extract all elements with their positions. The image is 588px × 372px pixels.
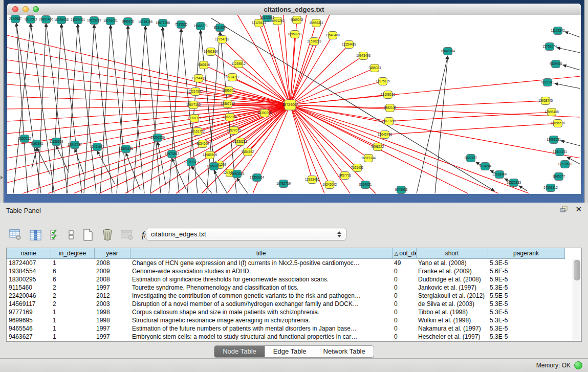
citation-edge-red (260, 15, 290, 105)
table-cell: 1997 (94, 283, 130, 292)
table-cell: 1997 (94, 333, 130, 341)
table-row[interactable]: 1938455462009Genome-wide association stu… (7, 267, 564, 275)
close-window-icon[interactable] (12, 6, 18, 12)
table-cell: 0 (392, 316, 416, 324)
column-header-pagerank[interactable]: pagerank (488, 248, 564, 259)
combo-arrows-icon (335, 231, 344, 237)
citation-edge-red (385, 123, 558, 135)
graph-node-label: 12042737 (68, 143, 82, 146)
network-graph[interactable]: 1872400718300295127547321646186095601561… (7, 15, 581, 194)
citation-edge-black (417, 56, 448, 193)
graph-node-label: 16961262 (270, 19, 285, 23)
table-row[interactable]: 969969511998Structural magnetic resonanc… (7, 316, 564, 324)
citation-edge-black (150, 27, 163, 193)
column-header-in_degree[interactable]: in_degree (51, 248, 94, 259)
panel-collapse-arrow-icon[interactable] (1, 176, 3, 180)
graph-node-label: 12161752 (190, 129, 205, 133)
table-row[interactable]: 946362711997Embryonic stem cells: a mode… (7, 333, 564, 341)
tab-node-table[interactable]: Node Table (214, 346, 265, 357)
node-table[interactable]: namein_degreeyeartitle△out_de…shortpager… (6, 248, 582, 342)
show-column-icon[interactable] (30, 230, 41, 240)
graph-node-label: 8350512 (18, 137, 31, 140)
table-cell: 5.9E-5 (488, 275, 564, 283)
table-cell: 2008 (94, 275, 130, 283)
tab-network-table[interactable]: Network Table (315, 346, 374, 357)
column-header-year[interactable]: year (94, 248, 130, 259)
graph-node-label: 2140557 (9, 17, 22, 20)
table-cell: Stergiakouli et al. (2012) (416, 292, 488, 300)
table-row[interactable]: 946554611997Estimation of the future num… (7, 324, 564, 333)
column-header-short[interactable]: short (416, 248, 488, 259)
table-cell: 2012 (94, 292, 130, 300)
table-cell: 5.3E-5 (488, 308, 564, 316)
graph-node-label: 8524021 (359, 183, 372, 186)
table-mode-icon[interactable] (9, 229, 21, 240)
network-window-titlebar[interactable]: citations_edges.txt (7, 4, 581, 15)
graph-node-label: 7485083 (368, 66, 381, 70)
citation-edge-black (16, 23, 41, 193)
graph-node-label: 17957223 (184, 160, 199, 164)
citation-edge-red (290, 45, 349, 105)
graph-node-label: 8131304 (214, 26, 227, 29)
graph-node-label: 9892108 (384, 106, 397, 110)
table-row[interactable]: 2242004622012Investigating the contribut… (7, 292, 564, 300)
citation-edge-red (284, 15, 290, 105)
citation-edge-red (290, 76, 580, 105)
graph-node-label: 9886201 (223, 89, 235, 92)
table-cell: 0 (392, 300, 416, 308)
citation-edge-black (557, 48, 580, 53)
table-cell: 19384554 (7, 267, 51, 275)
graph-node-label: 15276021 (103, 19, 118, 23)
column-header-title[interactable]: title (130, 248, 392, 259)
window-controls (12, 6, 39, 12)
graph-node-label: 11254439 (191, 76, 206, 80)
table-row[interactable]: 911546021997Tourette syndrome. Phenomeno… (7, 283, 564, 292)
citation-edge-black (237, 178, 248, 193)
new-column-icon[interactable] (82, 229, 94, 241)
table-cell: Disruption of a novel member of a sodium… (130, 300, 392, 308)
table-scrollbar[interactable] (573, 259, 580, 340)
node-table-grid: namein_degreeyeartitle△out_de…shortpager… (7, 248, 565, 341)
graph-node-label: 7515526 (175, 23, 188, 26)
table-source-select[interactable]: citations_edges.txt (146, 228, 346, 240)
graph-node-label: 12093581 (547, 138, 561, 141)
table-row[interactable]: 1830029562008Estimation of significance … (7, 275, 564, 283)
table-cell: 9699695 (7, 316, 51, 324)
float-panel-icon[interactable] (560, 206, 568, 213)
network-canvas[interactable]: 1872400718300295127547321646186095601561… (7, 15, 581, 194)
close-panel-icon[interactable]: ✕ (575, 206, 582, 213)
graph-node-label: 17359924 (250, 176, 265, 179)
memory-status-icon[interactable] (574, 361, 582, 369)
select-columns-icon[interactable] (50, 229, 60, 240)
table-cell: 2003 (94, 300, 130, 308)
table-row[interactable]: 1456911722003Disruption of a novel membe… (7, 300, 564, 308)
citation-edge-red (290, 105, 350, 193)
column-header-name[interactable]: name (7, 248, 51, 259)
table-header-row[interactable]: namein_degreeyeartitle△out_de…shortpager… (7, 248, 564, 259)
graph-node-label: 12505135 (119, 147, 134, 150)
graph-node-label: 11239812 (231, 62, 246, 65)
table-cell: 1 (51, 259, 94, 268)
graph-node-label: 12867512 (221, 102, 235, 105)
graph-node-label: 12108616 (381, 93, 396, 96)
graph-node-label: 9466160 (122, 19, 135, 23)
table-row[interactable]: 1872400712008Changes of HCN gene express… (7, 259, 564, 268)
zoom-window-icon[interactable] (33, 6, 39, 12)
table-cell: 2 (51, 292, 94, 300)
table-cell: 5.3E-5 (488, 283, 564, 292)
table-scrollbar-thumb[interactable] (574, 260, 580, 280)
graph-node-label: 11073755 (382, 119, 396, 123)
table-cell: Genome-wide association studies in ADHD. (130, 267, 392, 275)
delete-column-icon[interactable] (102, 229, 113, 241)
citation-edge-red (390, 101, 546, 108)
citation-edge-red (290, 105, 368, 158)
column-header-out_de[interactable]: △out_de… (392, 248, 416, 259)
table-cell: 0 (392, 267, 416, 275)
graph-node-label: 15122543 (260, 16, 275, 19)
row-height-icon[interactable] (68, 229, 74, 240)
table-row[interactable]: 977716911998Corpus callosum shape and si… (7, 308, 564, 316)
minimize-window-icon[interactable] (23, 6, 29, 12)
graph-node-label: 11577075 (227, 128, 241, 132)
table-cell: 18300295 (7, 275, 51, 283)
tab-edge-table[interactable]: Edge Table (265, 346, 315, 357)
